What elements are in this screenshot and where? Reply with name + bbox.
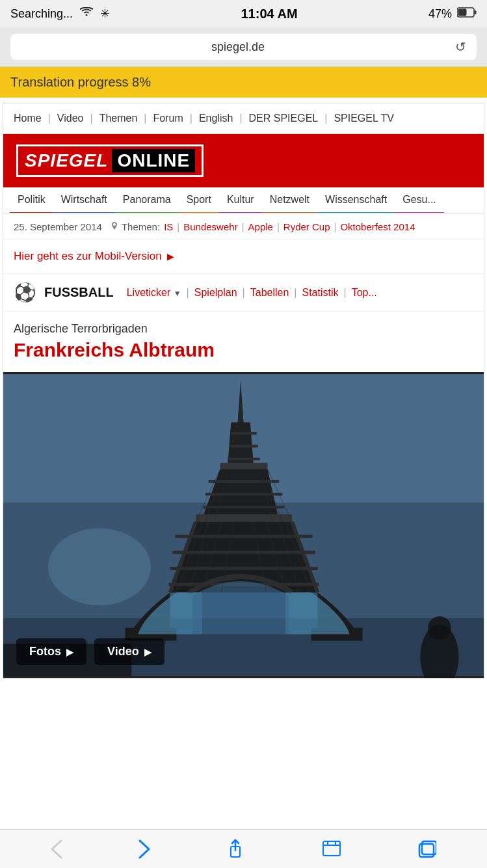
svg-rect-1 <box>474 10 476 14</box>
mobil-link-area: Hier geht es zur Mobil-Version ▶ <box>3 239 484 274</box>
logo-box[interactable]: SPIEGEL ONLINE <box>16 144 204 177</box>
svg-point-3 <box>113 223 116 226</box>
fussball-title: FUSSBALL <box>44 285 114 300</box>
video-label: Video <box>107 645 139 658</box>
svg-rect-14 <box>209 480 280 483</box>
article-area: Algerische Terrorbrigaden Frankreichs Al… <box>3 312 484 362</box>
themen-links: IS | Bundeswehr | Apple | Ryder Cup | Ok… <box>164 221 415 232</box>
cat-sport[interactable]: Sport <box>179 187 219 214</box>
cat-netzwelt[interactable]: Netzwelt <box>262 187 317 214</box>
logo-bar: SPIEGEL ONLINE <box>3 134 484 187</box>
themen-is[interactable]: IS <box>164 221 173 232</box>
fotos-button[interactable]: Fotos ▶ <box>16 638 86 665</box>
url-bar: spiegel.de ↺ <box>0 27 487 67</box>
nav-english[interactable]: English <box>199 111 233 126</box>
nav-video[interactable]: Video <box>57 111 84 126</box>
svg-rect-21 <box>170 567 318 570</box>
cat-wissenschaft[interactable]: Wissenschaft <box>317 187 395 214</box>
status-right: 47% <box>428 7 477 21</box>
nav-themen[interactable]: Themen <box>99 111 138 126</box>
status-bar: Searching... ✳ 11:04 AM 47% <box>0 0 487 27</box>
fussball-bar: ⚽ FUSSBALL Liveticker ▼ | Spielplan | Ta… <box>3 274 484 312</box>
nav-home[interactable]: Home <box>14 111 42 126</box>
svg-point-42 <box>428 616 451 640</box>
cat-panorama[interactable]: Panorama <box>115 187 179 214</box>
top-nav: Home | Video | Themen | Forum | English … <box>3 103 484 134</box>
battery-percent: 47% <box>428 7 452 21</box>
wifi-icon <box>79 7 94 21</box>
date-text: 25. September 2014 <box>14 221 102 232</box>
cat-gesundheit[interactable]: Gesu... <box>395 187 444 214</box>
searching-text: Searching... <box>10 7 73 21</box>
dropdown-arrow-icon: ▼ <box>174 289 181 298</box>
fussball-liveticker[interactable]: Liveticker ▼ <box>127 287 181 299</box>
logo-spiegel: SPIEGEL <box>25 150 108 171</box>
date-bar: 25. September 2014 Themen: IS | Bundeswe… <box>3 214 484 239</box>
play-icon-video: ▶ <box>144 647 151 657</box>
fussball-top[interactable]: Top... <box>352 287 377 299</box>
fussball-links: Liveticker ▼ | Spielplan | Tabellen | St… <box>127 287 377 299</box>
svg-rect-17 <box>196 514 292 523</box>
svg-rect-10 <box>230 445 257 448</box>
translation-text: Translation progress 8% <box>10 75 151 89</box>
svg-rect-20 <box>172 550 315 554</box>
svg-rect-2 <box>458 8 466 16</box>
logo-online: ONLINE <box>112 149 195 172</box>
themen-apple[interactable]: Apple <box>248 221 273 232</box>
svg-rect-19 <box>175 535 312 538</box>
nav-spiegel-tv[interactable]: SPIEGEL TV <box>334 111 393 126</box>
svg-rect-15 <box>205 493 282 496</box>
battery-icon <box>457 7 477 21</box>
fotos-label: Fotos <box>29 645 61 658</box>
mobil-link[interactable]: Hier geht es zur Mobil-Version <box>14 250 162 263</box>
cat-politik[interactable]: Politik <box>10 187 53 214</box>
play-icon: ▶ <box>66 647 73 657</box>
themen-label: Themen: <box>110 221 160 232</box>
main-content: Home | Video | Themen | Forum | English … <box>3 103 484 679</box>
article-image: Fotos ▶ Video ▶ <box>3 372 484 678</box>
nav-der-spiegel[interactable]: DER SPIEGEL <box>249 111 319 126</box>
svg-rect-9 <box>231 432 256 435</box>
reload-icon[interactable]: ↺ <box>455 39 466 55</box>
cat-nav: Politik Wirtschaft Panorama Sport Kultur… <box>3 187 484 214</box>
image-buttons: Fotos ▶ Video ▶ <box>16 638 165 665</box>
mobil-arrow-icon: ▶ <box>167 251 174 262</box>
article-title[interactable]: Frankreichs Albtraum <box>14 338 473 362</box>
svg-rect-11 <box>228 457 259 460</box>
cat-kultur[interactable]: Kultur <box>219 187 262 214</box>
fussball-statistik[interactable]: Statistik <box>302 287 339 299</box>
article-supertitle: Algerische Terrorbrigaden <box>14 322 473 336</box>
video-button[interactable]: Video ▶ <box>94 638 165 665</box>
themen-oktoberfest[interactable]: Oktoberfest 2014 <box>340 221 415 232</box>
themen-bundeswehr[interactable]: Bundeswehr <box>183 221 237 232</box>
fussball-icon: ⚽ <box>14 282 36 303</box>
status-left: Searching... ✳ <box>10 7 110 21</box>
fussball-spielplan[interactable]: Spielplan <box>194 287 237 299</box>
nav-forum[interactable]: Forum <box>153 111 183 126</box>
svg-rect-16 <box>204 506 284 508</box>
status-time: 11:04 AM <box>241 7 297 21</box>
themen-ryder-cup[interactable]: Ryder Cup <box>283 221 330 232</box>
cat-wirtschaft[interactable]: Wirtschaft <box>53 187 115 214</box>
url-text: spiegel.de <box>21 40 455 54</box>
translation-bar: Translation progress 8% <box>0 67 487 98</box>
activity-icon: ✳ <box>100 7 110 21</box>
fussball-tabellen[interactable]: Tabellen <box>250 287 289 299</box>
url-field[interactable]: spiegel.de ↺ <box>10 34 477 60</box>
svg-point-44 <box>48 528 151 605</box>
eiffel-tower-svg <box>3 372 484 678</box>
